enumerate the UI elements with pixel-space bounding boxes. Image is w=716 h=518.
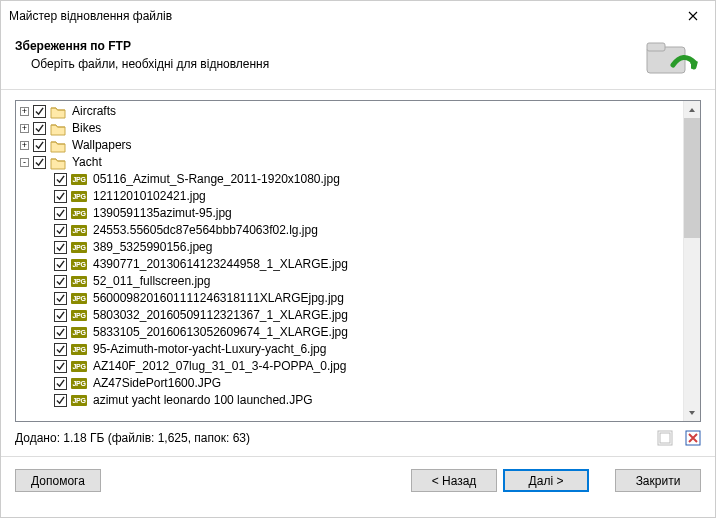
expand-toggle[interactable]: +: [20, 107, 29, 116]
svg-rect-1: [647, 43, 665, 51]
jpg-file-icon: JPG: [71, 292, 87, 305]
jpg-file-icon: JPG: [71, 394, 87, 407]
vertical-scrollbar[interactable]: [683, 101, 700, 421]
status-bar: Додано: 1.18 ГБ (файлів: 1,625, папок: 6…: [1, 422, 715, 446]
checkbox-icon[interactable]: [54, 394, 67, 407]
tree-folder-row[interactable]: +Wallpapers: [20, 137, 683, 154]
file-label: 4390771_20130614123244958_1_XLARGE.jpg: [93, 256, 348, 273]
status-text: Додано: 1.18 ГБ (файлів: 1,625, папок: 6…: [15, 431, 657, 445]
expand-toggle[interactable]: +: [20, 124, 29, 133]
file-tree-container: +Aircrafts+Bikes+Wallpapers-YachtJPG0511…: [15, 100, 701, 422]
jpg-file-icon: JPG: [71, 275, 87, 288]
tree-file-row[interactable]: JPGAZ47SidePort1600.JPG: [20, 375, 683, 392]
tree-file-row[interactable]: JPGAZ140F_2012_07lug_31_01_3-4-POPPA_0.j…: [20, 358, 683, 375]
tree-file-row[interactable]: JPG1390591135azimut-95.jpg: [20, 205, 683, 222]
window-title: Майстер відновлення файлів: [9, 9, 172, 23]
tree-file-row[interactable]: JPG24553.55605dc87e564bbb74063f02.lg.jpg: [20, 222, 683, 239]
file-label: 12112010102421.jpg: [93, 188, 206, 205]
file-tree[interactable]: +Aircrafts+Bikes+Wallpapers-YachtJPG0511…: [16, 101, 683, 421]
file-label: 5600098201601111246318111XLARGEjpg.jpg: [93, 290, 344, 307]
tree-folder-row[interactable]: -Yacht: [20, 154, 683, 171]
header-icon: [641, 37, 701, 81]
file-label: 05116_Azimut_S-Range_2011-1920x1080.jpg: [93, 171, 340, 188]
back-button[interactable]: < Назад: [411, 469, 497, 492]
expand-toggle[interactable]: -: [20, 158, 29, 167]
file-label: 24553.55605dc87e564bbb74063f02.lg.jpg: [93, 222, 318, 239]
tree-folder-row[interactable]: +Bikes: [20, 120, 683, 137]
folder-icon: [50, 122, 66, 136]
page-title: Збереження по FTP: [15, 39, 641, 53]
page-subtitle: Оберіть файли, необхідні для відновлення: [15, 57, 641, 71]
tree-file-row[interactable]: JPG389_5325990156.jpeg: [20, 239, 683, 256]
checkbox-icon[interactable]: [54, 224, 67, 237]
checkbox-icon[interactable]: [54, 207, 67, 220]
help-button[interactable]: Допомога: [15, 469, 101, 492]
tree-file-row[interactable]: JPG5803032_20160509112321367_1_XLARGE.jp…: [20, 307, 683, 324]
checkbox-icon[interactable]: [33, 156, 46, 169]
folder-icon: [50, 139, 66, 153]
jpg-file-icon: JPG: [71, 258, 87, 271]
file-label: 5803032_20160509112321367_1_XLARGE.jpg: [93, 307, 348, 324]
checkbox-icon[interactable]: [54, 343, 67, 356]
tree-file-row[interactable]: JPG52_011_fullscreen.jpg: [20, 273, 683, 290]
scroll-down-button[interactable]: [684, 404, 700, 421]
checkbox-icon[interactable]: [54, 241, 67, 254]
titlebar: Майстер відновлення файлів: [1, 1, 715, 31]
svg-rect-3: [660, 433, 670, 443]
checkbox-icon[interactable]: [54, 190, 67, 203]
jpg-file-icon: JPG: [71, 377, 87, 390]
folder-icon: [50, 156, 66, 170]
close-icon: [688, 11, 698, 21]
scroll-up-button[interactable]: [684, 101, 700, 118]
file-label: AZ47SidePort1600.JPG: [93, 375, 221, 392]
checkbox-icon[interactable]: [54, 309, 67, 322]
checkbox-icon[interactable]: [54, 326, 67, 339]
tree-file-row[interactable]: JPG05116_Azimut_S-Range_2011-1920x1080.j…: [20, 171, 683, 188]
checkbox-icon[interactable]: [54, 173, 67, 186]
jpg-file-icon: JPG: [71, 207, 87, 220]
tree-file-row[interactable]: JPG5600098201601111246318111XLARGEjpg.jp…: [20, 290, 683, 307]
scroll-thumb[interactable]: [684, 118, 700, 238]
checkbox-icon[interactable]: [33, 122, 46, 135]
tree-file-row[interactable]: JPG95-Azimuth-motor-yacht-Luxury-yacht_6…: [20, 341, 683, 358]
deselect-all-icon[interactable]: [685, 430, 701, 446]
checkbox-icon[interactable]: [33, 105, 46, 118]
tree-folder-row[interactable]: +Aircrafts: [20, 103, 683, 120]
file-label: azimut yacht leonardo 100 launched.JPG: [93, 392, 312, 409]
jpg-file-icon: JPG: [71, 343, 87, 356]
jpg-file-icon: JPG: [71, 309, 87, 322]
wizard-header: Збереження по FTP Оберіть файли, необхід…: [1, 31, 715, 89]
jpg-file-icon: JPG: [71, 241, 87, 254]
folder-label: Wallpapers: [72, 137, 132, 154]
folder-icon: [50, 105, 66, 119]
tree-file-row[interactable]: JPG4390771_20130614123244958_1_XLARGE.jp…: [20, 256, 683, 273]
checkbox-icon[interactable]: [54, 292, 67, 305]
file-label: 52_011_fullscreen.jpg: [93, 273, 210, 290]
file-label: AZ140F_2012_07lug_31_01_3-4-POPPA_0.jpg: [93, 358, 346, 375]
checkbox-icon[interactable]: [54, 377, 67, 390]
checkbox-icon[interactable]: [33, 139, 46, 152]
next-button[interactable]: Далі >: [503, 469, 589, 492]
folder-label: Yacht: [72, 154, 102, 171]
select-all-icon[interactable]: [657, 430, 673, 446]
tree-file-row[interactable]: JPG12112010102421.jpg: [20, 188, 683, 205]
close-wizard-button[interactable]: Закрити: [615, 469, 701, 492]
file-label: 1390591135azimut-95.jpg: [93, 205, 232, 222]
checkbox-icon[interactable]: [54, 360, 67, 373]
tree-file-row[interactable]: JPGazimut yacht leonardo 100 launched.JP…: [20, 392, 683, 409]
jpg-file-icon: JPG: [71, 173, 87, 186]
jpg-file-icon: JPG: [71, 224, 87, 237]
jpg-file-icon: JPG: [71, 326, 87, 339]
wizard-footer: Допомога < Назад Далі > Закрити: [1, 457, 715, 506]
expand-toggle[interactable]: +: [20, 141, 29, 150]
checkbox-icon[interactable]: [54, 275, 67, 288]
file-label: 5833105_20160613052609674_1_XLARGE.jpg: [93, 324, 348, 341]
folder-label: Bikes: [72, 120, 101, 137]
tree-file-row[interactable]: JPG5833105_20160613052609674_1_XLARGE.jp…: [20, 324, 683, 341]
checkbox-icon[interactable]: [54, 258, 67, 271]
scroll-track[interactable]: [684, 118, 700, 404]
folder-label: Aircrafts: [72, 103, 116, 120]
separator-top: [1, 89, 715, 90]
close-button[interactable]: [670, 1, 715, 31]
file-label: 389_5325990156.jpeg: [93, 239, 212, 256]
